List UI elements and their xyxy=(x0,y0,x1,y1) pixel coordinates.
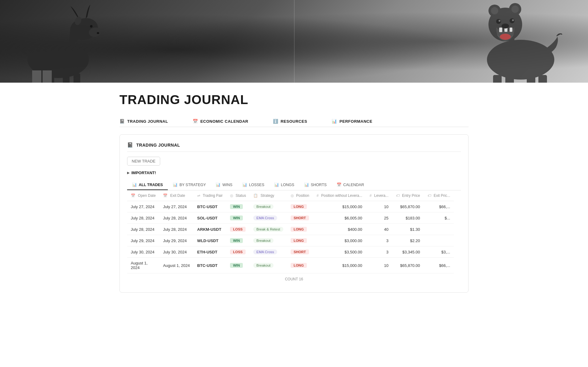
nav-economic-calendar[interactable]: 📅 ECONOMIC CALENDAR xyxy=(193,116,248,127)
cell-status: LOSS xyxy=(226,246,250,258)
col-status: ◎ Status xyxy=(226,190,250,201)
svg-point-24 xyxy=(502,24,509,28)
col-status-icon: ◎ xyxy=(230,193,233,198)
bookmark-tab-2 xyxy=(43,70,52,83)
svg-point-13 xyxy=(491,7,498,14)
cell-exit-date: July 28, 2024 xyxy=(159,224,193,235)
cell-position: LONG xyxy=(287,258,313,273)
cell-entry-price: $183.00 xyxy=(392,212,424,224)
strategy-tag: EMA Cross xyxy=(253,249,277,254)
position-badge: LONG xyxy=(291,238,307,243)
cell-leverage: 10 xyxy=(366,258,392,273)
card-header: 📓 TRADING JOURNAL xyxy=(127,142,461,152)
tab-longs[interactable]: 📊 LONGS xyxy=(269,180,299,190)
col-position-label: Position xyxy=(296,193,309,198)
bear-icon xyxy=(459,0,576,83)
col-leverage: # Levera... xyxy=(366,190,392,201)
col-exit-date-icon: 📅 xyxy=(163,193,168,198)
cell-exit-price xyxy=(424,235,454,246)
count-value: 16 xyxy=(299,277,303,281)
col-exit-date: 📅 Exit Date xyxy=(159,190,193,201)
svg-point-20 xyxy=(496,19,501,24)
cell-status: WIN xyxy=(226,258,250,273)
important-notice[interactable]: ▶ IMPORTANT! xyxy=(127,170,461,175)
tab-all-trades[interactable]: 📊 ALL TRADES xyxy=(127,180,168,190)
col-open-date-label: Open Date xyxy=(138,193,156,198)
tab-calendar[interactable]: 📅 CALENDAR xyxy=(332,180,369,190)
cell-open-date: July 28, 2024 xyxy=(127,224,159,235)
page-title: TRADING JOURNAL xyxy=(119,92,469,107)
col-strategy-label: Strategy xyxy=(261,193,274,198)
bookmark-strip xyxy=(32,70,52,83)
tab-losses-label: LOSSES xyxy=(249,183,264,187)
cell-open-date: July 30, 2024 xyxy=(127,246,159,258)
nav-resources-icon: ℹ️ xyxy=(273,119,278,124)
status-badge: WIN xyxy=(230,263,243,268)
col-pos-no-leverage-label: Position without Levera... xyxy=(321,193,362,198)
nav-resources[interactable]: ℹ️ RESOURCES xyxy=(273,116,307,127)
table-row[interactable]: August 1, 2024 August 1, 2024 BTC-USDT W… xyxy=(127,258,454,273)
cell-trading-pair: ETH-USDT xyxy=(194,246,226,258)
cell-open-date: July 28, 2024 xyxy=(127,212,159,224)
tab-shorts[interactable]: 📊 SHORTS xyxy=(299,180,332,190)
table-row[interactable]: July 27, 2024 July 27, 2024 BTC-USDT WIN… xyxy=(127,201,454,212)
table-row[interactable]: July 28, 2024 July 28, 2024 SOL-USDT WIN… xyxy=(127,212,454,224)
cell-status: LOSS xyxy=(226,224,250,235)
cell-trading-pair: ARKM-USDT xyxy=(194,224,226,235)
position-badge: SHORT xyxy=(291,215,309,220)
hero-banner xyxy=(0,0,588,83)
table-row[interactable]: July 30, 2024 July 30, 2024 ETH-USDT LOS… xyxy=(127,246,454,258)
bull-icon xyxy=(9,3,126,83)
cell-exit-date: July 27, 2024 xyxy=(159,201,193,212)
tab-all-trades-icon: 📊 xyxy=(132,182,137,187)
tab-by-strategy-label: BY STRATEGY xyxy=(179,183,206,187)
tab-losses[interactable]: 📊 LOSSES xyxy=(237,180,269,190)
table-header-row: 📅 Open Date 📅 Exit Date ⇌ Trading Pair xyxy=(127,190,454,201)
nav-trading-journal[interactable]: 📓 TRADING JOURNAL xyxy=(119,116,168,127)
col-entry-price-label: Entry Price xyxy=(402,193,420,198)
cell-pos-no-leverage: $400.00 xyxy=(313,224,366,235)
svg-point-15 xyxy=(511,6,519,13)
cell-position: SHORT xyxy=(287,246,313,258)
nav-performance[interactable]: 📊 PERFORMANCE xyxy=(332,116,372,127)
nav-calendar-label: ECONOMIC CALENDAR xyxy=(200,119,248,124)
cell-exit-date: July 30, 2024 xyxy=(159,246,193,258)
cell-entry-price: $65,870.00 xyxy=(392,258,424,273)
cell-position: LONG xyxy=(287,235,313,246)
cell-entry-price: $3,345.00 xyxy=(392,246,424,258)
col-exit-price: 🏷 Exit Pric... xyxy=(424,190,454,201)
col-pos-no-leverage-icon: # xyxy=(317,193,319,198)
cell-pos-no-leverage: $3,000.00 xyxy=(313,235,366,246)
table-row[interactable]: July 29, 2024 July 29, 2024 WLD-USDT WIN… xyxy=(127,235,454,246)
cell-position: SHORT xyxy=(287,212,313,224)
tab-longs-icon: 📊 xyxy=(274,182,279,187)
tab-wins[interactable]: 📊 WINS xyxy=(211,180,237,190)
tab-by-strategy[interactable]: 📊 BY STRATEGY xyxy=(168,180,211,190)
status-badge: LOSS xyxy=(230,227,246,232)
cell-exit-price: $66,... xyxy=(424,201,454,212)
important-label: IMPORTANT! xyxy=(131,170,156,175)
cell-trading-pair: BTC-USDT xyxy=(194,258,226,273)
cell-strategy: EMA Cross xyxy=(250,212,287,224)
cell-exit-price: $3,... xyxy=(424,246,454,258)
table-wrapper: 📅 Open Date 📅 Exit Date ⇌ Trading Pair xyxy=(127,190,461,273)
strategy-tag: Breakout xyxy=(253,204,273,209)
position-badge: LONG xyxy=(291,204,307,209)
col-pos-no-leverage: # Position without Levera... xyxy=(313,190,366,201)
new-trade-button[interactable]: NEW TRADE xyxy=(127,157,160,166)
cell-trading-pair: WLD-USDT xyxy=(194,235,226,246)
cell-open-date: July 27, 2024 xyxy=(127,201,159,212)
cell-pos-no-leverage: $6,005.00 xyxy=(313,212,366,224)
cell-status: WIN xyxy=(226,212,250,224)
nav-calendar-icon: 📅 xyxy=(193,119,198,124)
table-row[interactable]: July 28, 2024 July 28, 2024 ARKM-USDT LO… xyxy=(127,224,454,235)
col-trading-pair-icon: ⇌ xyxy=(197,193,200,198)
svg-point-8 xyxy=(90,25,92,28)
cell-strategy: EMA Cross xyxy=(250,246,287,258)
col-exit-date-label: Exit Date xyxy=(170,193,185,198)
tab-losses-icon: 📊 xyxy=(242,182,247,187)
table-footer: COUNT 16 xyxy=(127,273,461,285)
collapse-icon: ▶ xyxy=(127,171,130,174)
cell-leverage: 3 xyxy=(366,235,392,246)
position-badge: LONG xyxy=(291,227,307,232)
